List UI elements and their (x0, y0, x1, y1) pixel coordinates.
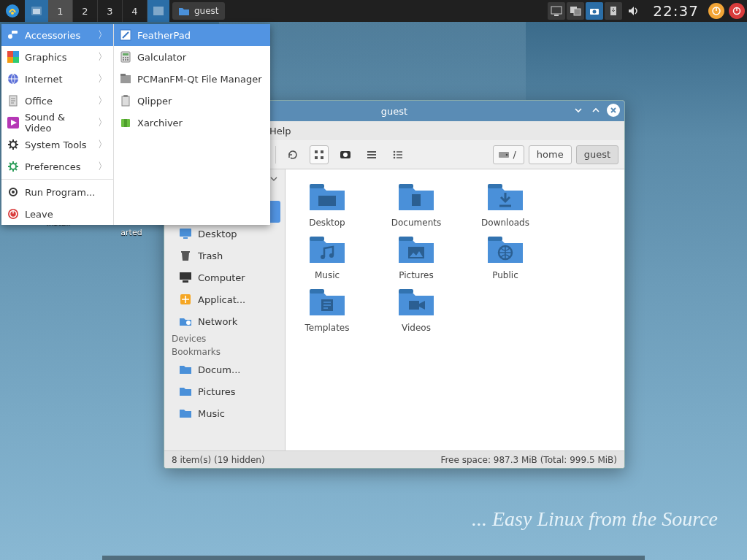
view-compact-button[interactable] (362, 145, 381, 164)
svg-point-25 (343, 153, 348, 157)
menu-categories: Accessories 〉 Graphics 〉 Internet 〉 Offi… (1, 24, 114, 225)
file-manager-icon (120, 73, 131, 85)
sidebar-bookmark-documents[interactable]: Docum... (169, 358, 280, 380)
menu-cat-preferences[interactable]: Preferences 〉 (1, 156, 113, 177)
view-icons-button[interactable] (310, 145, 329, 164)
menu-cat-internet[interactable]: Internet 〉 (1, 68, 113, 90)
svg-point-77 (125, 59, 126, 61)
svg-point-45 (329, 253, 334, 258)
folder-documents[interactable]: Documents (382, 180, 451, 228)
workspace-4[interactable]: 4 (123, 0, 148, 22)
svg-point-26 (394, 150, 396, 153)
sidebar-item-trash[interactable]: Trash (169, 245, 280, 266)
folder-icon (179, 407, 192, 420)
svg-rect-55 (12, 31, 18, 34)
bottom-dock[interactable] (102, 556, 645, 560)
svg-rect-69 (12, 210, 13, 214)
svg-rect-82 (123, 95, 128, 97)
taskbar-task-guest[interactable]: guest (172, 2, 225, 20)
svg-rect-3 (33, 9, 40, 14)
sidebar-bookmark-music[interactable]: Music (169, 402, 280, 424)
sidebar-bookmark-pictures[interactable]: Pictures (169, 380, 280, 402)
taskbar-window-filemanager[interactable] (148, 0, 169, 22)
svg-rect-20 (315, 150, 318, 153)
internet-icon (7, 73, 19, 85)
svg-point-78 (127, 59, 129, 61)
tray-removable-icon[interactable] (605, 2, 622, 20)
tray-display-icon[interactable] (548, 2, 565, 20)
svg-point-30 (506, 153, 508, 156)
workspace-2[interactable]: 2 (73, 0, 98, 22)
menu-cat-graphics[interactable]: Graphics 〉 (1, 46, 113, 68)
sidebar-item-network[interactable]: Network (169, 310, 280, 332)
submenu-pcmanfm[interactable]: PCManFM-Qt File Manager (114, 68, 270, 90)
menu-cat-system[interactable]: System Tools 〉 (1, 134, 113, 156)
folder-pictures[interactable]: Pictures (382, 232, 451, 280)
sidebar-item-applications[interactable]: Applicat... (169, 288, 280, 310)
sidebar-item-computer[interactable]: Computer (169, 266, 280, 288)
menu-cat-accessories[interactable]: Accessories 〉 (1, 24, 113, 46)
desktop-icon (179, 227, 192, 240)
svg-rect-6 (554, 15, 559, 16)
view-thumbnail-button[interactable] (336, 145, 355, 164)
submenu-galculator[interactable]: Galculator (114, 46, 270, 68)
reload-button[interactable] (283, 145, 302, 164)
menu-submenu-accessories: FeatherPad Galculator PCManFM-Qt File Ma… (114, 24, 270, 225)
folder-templates[interactable]: Templates (293, 285, 361, 333)
tray-camera-icon[interactable] (586, 2, 603, 20)
svg-rect-39 (318, 196, 336, 206)
computer-icon (179, 271, 192, 284)
svg-rect-33 (181, 251, 190, 253)
folder-music[interactable]: Music (293, 232, 361, 280)
path-bar: / home guest (493, 145, 618, 164)
window-maximize-button[interactable] (589, 104, 602, 117)
panel-clock[interactable]: 22:37 (646, 2, 706, 20)
trash-icon (179, 249, 192, 262)
view-detailed-button[interactable] (388, 145, 407, 164)
menu-cat-multimedia[interactable]: Sound & Video 〉 (1, 112, 113, 134)
file-view[interactable]: Desktop Documents Downloads Music Pictur… (286, 169, 624, 450)
svg-point-27 (394, 153, 396, 156)
svg-point-54 (8, 34, 12, 39)
sidebar-item-desktop[interactable]: Desktop (169, 223, 280, 245)
folder-downloads[interactable]: Downloads (471, 180, 540, 228)
svg-rect-46 (399, 237, 413, 241)
path-home[interactable]: home (529, 145, 572, 164)
svg-point-1 (11, 12, 14, 15)
path-user[interactable]: guest (576, 145, 618, 164)
app-menu-button[interactable] (0, 0, 25, 22)
svg-rect-42 (488, 184, 502, 188)
svg-rect-72 (123, 53, 129, 55)
multimedia-icon (7, 117, 19, 129)
wallpaper-tagline: ... Easy Linux from the Source (472, 507, 718, 531)
window-title: guest (381, 106, 407, 117)
menu-leave[interactable]: Leave (1, 203, 113, 225)
window-minimize-button[interactable] (572, 104, 585, 117)
folder-public[interactable]: Public (471, 232, 540, 280)
tray-windows-icon[interactable] (567, 2, 584, 20)
submenu-featherpad[interactable]: FeatherPad (114, 24, 270, 46)
shutdown-button[interactable] (729, 3, 745, 19)
menu-run-program[interactable]: Run Program... (1, 181, 113, 203)
workspace-3[interactable]: 3 (98, 0, 123, 22)
office-icon (7, 95, 19, 107)
svg-rect-23 (321, 156, 323, 159)
accessories-icon (7, 29, 19, 41)
svg-rect-21 (321, 150, 323, 153)
submenu-xarchiver[interactable]: Xarchiver (114, 112, 270, 134)
svg-rect-40 (399, 184, 413, 188)
menu-cat-office[interactable]: Office 〉 (1, 90, 113, 112)
workspace-1[interactable]: 1 (48, 0, 73, 22)
svg-rect-79 (120, 75, 131, 83)
path-root[interactable]: / (493, 145, 524, 164)
drive-icon (498, 150, 510, 160)
volume-icon[interactable] (622, 0, 646, 22)
logout-button[interactable] (708, 3, 724, 19)
window-close-button[interactable] (607, 104, 620, 117)
folder-videos[interactable]: Videos (382, 285, 451, 333)
folder-desktop[interactable]: Desktop (293, 180, 361, 228)
submenu-qlipper[interactable]: Qlipper (114, 90, 270, 112)
menu-help[interactable]: Help (269, 126, 291, 137)
task-label: guest (194, 6, 219, 16)
show-desktop-button[interactable] (25, 0, 48, 22)
